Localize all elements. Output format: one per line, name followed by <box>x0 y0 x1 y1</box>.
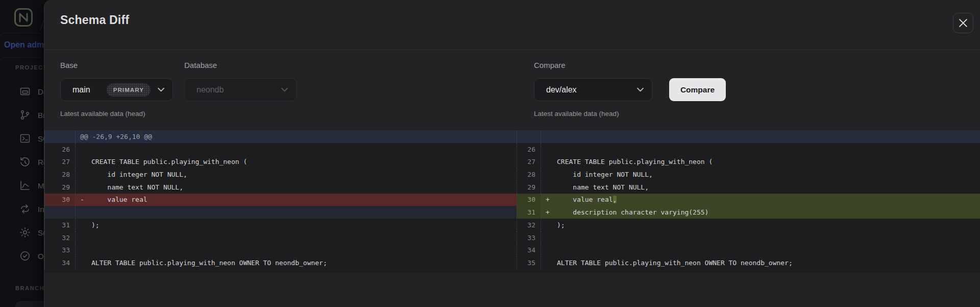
code-line: ALTER TABLE public.playing_with_neon OWN… <box>91 259 327 267</box>
diff-row-ctx: 28 id integer NOT NULL, <box>517 168 980 181</box>
code-line: ALTER TABLE public.playing_with_neon OWN… <box>557 259 793 267</box>
line-number: 32 <box>44 231 76 244</box>
diff-row-ctx: 31); <box>44 219 517 231</box>
line-number: 27 <box>517 155 541 168</box>
diff-row-hunk: @@ -26,9 +26,10 @@ <box>44 130 517 143</box>
code-line: id integer NOT NULL, <box>91 171 187 178</box>
line-number: 26 <box>517 143 541 156</box>
database-label: Database <box>184 61 217 69</box>
code-cell: ); <box>76 219 517 231</box>
line-number: 29 <box>44 181 76 194</box>
code-line: CREATE TABLE public.playing_with_neon ( <box>91 158 247 166</box>
diff-row-hunk <box>517 130 980 143</box>
code-cell: id integer NOT NULL, <box>76 168 517 181</box>
code-line: id integer NOT NULL, <box>557 171 653 178</box>
code-cell: @@ -26,9 +26,10 @@ <box>76 130 517 143</box>
diff-row-add: 30+ value real, <box>517 194 980 206</box>
chevron-down-icon <box>281 87 288 92</box>
code-cell <box>541 231 980 244</box>
diff-row-ctx: 32); <box>517 219 980 231</box>
diff-marker: + <box>546 196 557 203</box>
line-number: 35 <box>517 256 541 269</box>
code-line: name text NOT NULL, <box>557 183 649 191</box>
diff-row-add: 31+ description character varying(255) <box>517 206 980 219</box>
neon-console-screen: Open admin PROJECT DashboardBranchesSQL … <box>0 0 980 307</box>
diff-row-ctx: 29 name text NOT NULL, <box>517 181 980 194</box>
modal-title: Schema Diff <box>60 13 129 27</box>
diff-pane-base: @@ -26,9 +26,10 @@2627CREATE TABLE publi… <box>44 130 517 273</box>
code-cell <box>541 130 980 143</box>
diff-row-ctx: 29 name text NOT NULL, <box>44 181 517 194</box>
line-number: 31 <box>517 206 541 219</box>
compare-branch-select[interactable]: dev/alex <box>534 78 652 101</box>
compare-branch-value: dev/alex <box>546 85 577 95</box>
code-cell <box>76 244 517 256</box>
schema-diff-modal: Schema Diff Base Database Compare main P… <box>44 0 980 307</box>
diff-marker: + <box>546 208 557 216</box>
code-cell <box>76 231 517 244</box>
line-number <box>517 130 541 143</box>
code-line: description character varying(255) <box>557 208 708 216</box>
code-line: value real <box>91 196 148 203</box>
modal-header: Schema Diff <box>44 0 980 50</box>
line-number: 31 <box>44 219 76 231</box>
line-number <box>44 130 76 143</box>
line-number: 28 <box>517 168 541 181</box>
diff-row-ctx: 33 <box>517 231 980 244</box>
line-number: 30 <box>517 194 541 206</box>
line-number: 28 <box>44 168 76 181</box>
line-number: 29 <box>517 181 541 194</box>
diff-row-ctx: 35ALTER TABLE public.playing_with_neon O… <box>517 256 980 269</box>
line-number: 34 <box>44 256 76 269</box>
base-branch-select[interactable]: main PRIMARY <box>60 78 173 101</box>
code-cell: name text NOT NULL, <box>76 181 517 194</box>
line-number: 32 <box>517 219 541 231</box>
diff-row-ctx: 34ALTER TABLE public.playing_with_neon O… <box>44 256 517 269</box>
code-cell: id integer NOT NULL, <box>541 168 980 181</box>
diff-row-ctx: 27CREATE TABLE public.playing_with_neon … <box>44 155 517 168</box>
diff-row-ctx: 33 <box>44 244 517 256</box>
base-data-hint: Latest available data (head) <box>60 110 145 117</box>
diff-row-ctx: 28 id integer NOT NULL, <box>44 168 517 181</box>
code-line: ); <box>91 221 100 229</box>
database-value: neondb <box>197 85 224 95</box>
diff-pane-compare: 2627CREATE TABLE public.playing_with_neo… <box>517 130 980 273</box>
line-number: 30 <box>44 194 76 206</box>
close-button[interactable] <box>953 13 973 33</box>
code-cell: ); <box>541 219 980 231</box>
compare-button[interactable]: Compare <box>669 78 726 101</box>
code-cell: ALTER TABLE public.playing_with_neon OWN… <box>541 256 980 269</box>
chevron-down-icon <box>158 87 164 92</box>
compare-label: Compare <box>534 61 566 69</box>
diff-row-ctx: 26 <box>517 143 980 156</box>
compare-data-hint: Latest available data (head) <box>534 110 619 117</box>
code-line: CREATE TABLE public.playing_with_neon ( <box>557 158 713 166</box>
base-label: Base <box>60 61 78 69</box>
hunk-header-text: @@ -26,9 +26,10 @@ <box>80 133 152 140</box>
line-number: 34 <box>517 244 541 256</box>
code-cell: name text NOT NULL, <box>541 181 980 194</box>
code-cell: CREATE TABLE public.playing_with_neon ( <box>76 155 517 168</box>
code-cell: ALTER TABLE public.playing_with_neon OWN… <box>76 256 517 269</box>
line-number: 33 <box>517 231 541 244</box>
diff-row-filler <box>44 206 517 219</box>
code-cell: + description character varying(255) <box>541 206 980 219</box>
database-select: neondb <box>184 78 297 101</box>
code-cell: - value real <box>76 194 517 206</box>
code-cell: CREATE TABLE public.playing_with_neon ( <box>541 155 980 168</box>
line-number <box>44 206 76 219</box>
code-cell <box>541 143 980 156</box>
close-icon <box>959 19 967 27</box>
primary-badge: PRIMARY <box>107 83 151 97</box>
diff-row-ctx: 32 <box>44 231 517 244</box>
line-number: 27 <box>44 155 76 168</box>
diff-row-ctx: 27CREATE TABLE public.playing_with_neon … <box>517 155 980 168</box>
code-line: ); <box>557 221 565 229</box>
diff-row-ctx: 34 <box>517 244 980 256</box>
diff-row-ctx: 26 <box>44 143 517 156</box>
code-cell: + value real, <box>541 194 980 206</box>
code-line: name text NOT NULL, <box>91 183 183 191</box>
line-number: 26 <box>44 143 76 156</box>
code-cell <box>76 143 517 156</box>
diff-marker: - <box>80 196 91 203</box>
